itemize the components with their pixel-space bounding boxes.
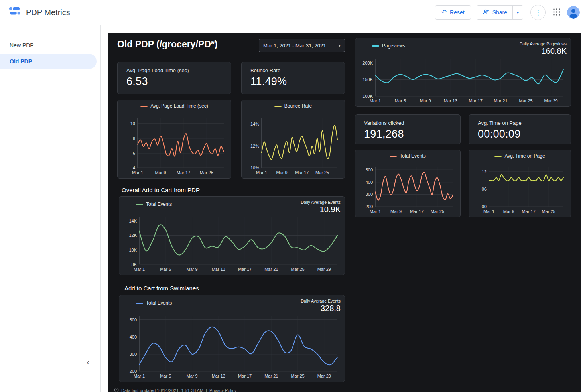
share-dropdown-button[interactable]: ▾ bbox=[512, 6, 523, 19]
metric-title: Daily Average Events bbox=[301, 200, 341, 205]
sidebar-item-new-pdp[interactable]: New PDP bbox=[0, 38, 97, 53]
svg-text:Mar 17: Mar 17 bbox=[295, 170, 309, 175]
share-button[interactable]: Share bbox=[477, 6, 512, 19]
pageviews-line-chart[interactable]: 100K150K200KMar 1Mar 5Mar 9Mar 13Mar 17M… bbox=[359, 56, 567, 104]
svg-text:00: 00 bbox=[482, 204, 487, 209]
apps-grid-icon bbox=[553, 8, 561, 17]
svg-text:500: 500 bbox=[366, 167, 373, 172]
overall-add-to-cart-line-chart[interactable]: 8K10K12K14KMar 1Mar 5Mar 9Mar 13Mar 17Ma… bbox=[123, 214, 341, 272]
svg-text:Mar 21: Mar 21 bbox=[264, 267, 278, 272]
scorecard-value: 191,268 bbox=[364, 128, 451, 140]
metric-value: 160.8K bbox=[520, 47, 567, 56]
legend-swatch bbox=[274, 106, 282, 107]
svg-text:12K: 12K bbox=[129, 233, 137, 238]
svg-text:150K: 150K bbox=[362, 77, 373, 82]
svg-text:300: 300 bbox=[130, 352, 137, 357]
svg-text:Mar 9: Mar 9 bbox=[503, 209, 514, 214]
scorecard-avg-time-on-page: Avg. Time on Page 00:00:09 bbox=[469, 114, 571, 144]
chart-card-bounce-rate: Bounce Rate 10%12%14%Mar 1Mar 9Mar 17Mar… bbox=[241, 100, 345, 179]
privacy-policy-link[interactable]: Privacy Policy bbox=[209, 388, 236, 392]
svg-text:Mar 1: Mar 1 bbox=[370, 98, 381, 103]
svg-text:14%: 14% bbox=[250, 122, 259, 126]
svg-text:Mar 17: Mar 17 bbox=[238, 267, 252, 272]
more-options-button[interactable]: ⋮ bbox=[530, 5, 546, 20]
chevron-down-icon: ▾ bbox=[338, 43, 341, 48]
reset-button[interactable]: ↶ Reset bbox=[435, 5, 471, 20]
legend-label: Avg. Time on Page bbox=[504, 153, 545, 159]
svg-text:4: 4 bbox=[133, 165, 135, 170]
metric-value: 10.9K bbox=[301, 205, 341, 214]
swimlanes-line-chart[interactable]: 200300400500Mar 1Mar 5Mar 9Mar 13Mar 17M… bbox=[123, 313, 341, 379]
scorecard-avg-page-load: Avg. Page Load Time (sec) 6.53 bbox=[117, 62, 231, 94]
total-events-line-chart[interactable]: 200300400500Mar 1Mar 9Mar 17Mar 25 bbox=[359, 164, 456, 215]
scorecard-value: 00:00:09 bbox=[478, 128, 562, 140]
svg-text:Mar 9: Mar 9 bbox=[186, 267, 197, 272]
apps-grid-button[interactable] bbox=[553, 8, 561, 17]
svg-text:Mar 29: Mar 29 bbox=[317, 267, 331, 272]
svg-text:Mar 17: Mar 17 bbox=[177, 170, 190, 175]
legend-label: Bounce Rate bbox=[284, 103, 312, 109]
metric-value: 328.8 bbox=[301, 304, 341, 313]
share-split-button: Share ▾ bbox=[477, 5, 523, 20]
footer-separator: | bbox=[206, 388, 207, 392]
legend-swatch bbox=[136, 303, 143, 304]
svg-text:Mar 1: Mar 1 bbox=[132, 170, 143, 175]
legend-swatch bbox=[372, 45, 379, 47]
svg-text:Mar 25: Mar 25 bbox=[519, 98, 532, 103]
canvas-footer: Data last updated 10/14/2021, 1:51:38 AM… bbox=[114, 388, 236, 392]
svg-text:Mar 1: Mar 1 bbox=[134, 267, 145, 272]
svg-text:Mar 21: Mar 21 bbox=[494, 98, 508, 103]
person-add-icon bbox=[482, 8, 489, 17]
svg-text:10K: 10K bbox=[129, 248, 137, 252]
svg-text:Mar 25: Mar 25 bbox=[200, 170, 213, 175]
svg-text:Mar 17: Mar 17 bbox=[522, 209, 536, 214]
svg-text:200: 200 bbox=[130, 369, 137, 374]
page-title: Old PDP (/grocery/PD*) bbox=[117, 39, 217, 50]
scorecard-label: Bounce Rate bbox=[250, 67, 336, 73]
svg-text:Mar 1: Mar 1 bbox=[483, 209, 494, 214]
collapse-sidebar-button[interactable]: ‹ bbox=[82, 357, 94, 368]
chart-card-swimlanes: Total Events Daily Average Events 328.8 … bbox=[119, 295, 345, 382]
data-studio-logo-icon[interactable] bbox=[9, 6, 21, 19]
svg-text:06: 06 bbox=[482, 187, 487, 191]
bounce-rate-line-chart[interactable]: 10%12%14%Mar 1Mar 9Mar 17Mar 25 bbox=[246, 114, 341, 176]
section-title-overall-add-to-cart: Overall Add to Cart from PDP bbox=[122, 187, 200, 193]
avatar[interactable] bbox=[567, 6, 580, 19]
svg-text:Mar 25: Mar 25 bbox=[542, 209, 555, 214]
svg-text:Mar 9: Mar 9 bbox=[186, 374, 197, 378]
clock-icon bbox=[114, 388, 119, 392]
svg-text:10: 10 bbox=[130, 121, 135, 126]
scorecard-value: 6.53 bbox=[126, 75, 222, 88]
svg-text:Mar 29: Mar 29 bbox=[317, 374, 331, 378]
svg-text:300: 300 bbox=[366, 192, 373, 197]
svg-text:200K: 200K bbox=[362, 61, 373, 65]
avg-page-load-line-chart[interactable]: 46810Mar 1Mar 9Mar 17Mar 25 bbox=[122, 114, 227, 176]
legend-swatch bbox=[140, 106, 148, 107]
date-range-control[interactable]: Mar 1, 2021 - Mar 31, 2021 ▾ bbox=[259, 39, 345, 52]
svg-text:Mar 17: Mar 17 bbox=[410, 209, 424, 214]
more-vert-icon: ⋮ bbox=[535, 9, 542, 16]
chart-card-avg-time-on-page: Avg. Time on Page 000612Mar 1Mar 9Mar 17… bbox=[469, 150, 571, 217]
legend-label: Total Events bbox=[146, 201, 172, 207]
sidebar-item-label: New PDP bbox=[10, 42, 34, 49]
svg-text:Mar 5: Mar 5 bbox=[160, 374, 171, 378]
svg-text:14K: 14K bbox=[129, 219, 137, 223]
chart-card-avg-page-load: Avg. Page Load Time (sec) 46810Mar 1Mar … bbox=[117, 100, 231, 179]
svg-text:Mar 5: Mar 5 bbox=[160, 267, 171, 272]
svg-text:Mar 25: Mar 25 bbox=[431, 209, 444, 214]
app-title: PDP Metrics bbox=[26, 8, 70, 17]
svg-text:Mar 9: Mar 9 bbox=[390, 209, 402, 214]
sidebar-item-old-pdp[interactable]: Old PDP bbox=[0, 54, 97, 69]
svg-text:Mar 17: Mar 17 bbox=[469, 98, 483, 103]
date-range-value: Mar 1, 2021 - Mar 31, 2021 bbox=[263, 43, 326, 49]
svg-text:Mar 1: Mar 1 bbox=[370, 209, 381, 214]
share-button-label: Share bbox=[492, 9, 507, 16]
scorecard-variations-clicked: Variations clicked 191,268 bbox=[355, 114, 461, 144]
svg-text:Mar 1: Mar 1 bbox=[134, 374, 145, 378]
svg-text:Mar 17: Mar 17 bbox=[238, 374, 252, 378]
avg-time-on-page-line-chart[interactable]: 000612Mar 1Mar 9Mar 17Mar 25 bbox=[473, 164, 567, 215]
svg-text:8K: 8K bbox=[132, 262, 137, 267]
report-canvas: Old PDP (/grocery/PD*) Mar 1, 2021 - Mar… bbox=[108, 33, 581, 392]
svg-text:10%: 10% bbox=[250, 165, 259, 170]
app: PDP Metrics ↶ Reset Share bbox=[0, 0, 587, 392]
